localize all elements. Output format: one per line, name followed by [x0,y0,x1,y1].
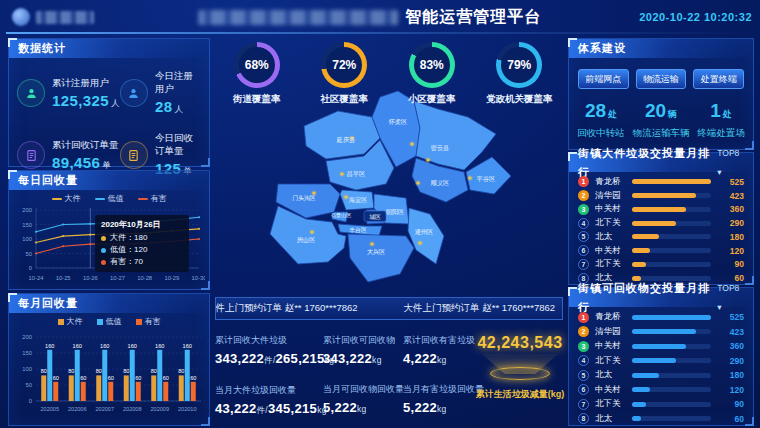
rank-name: 青龙桥 [595,311,632,323]
rank-badge: 6 [578,384,589,395]
rank-row: 2清华园423 [578,190,744,202]
svg-text:202008: 202008 [123,406,142,412]
rank-list: 1青龙桥5252清华园4233中关村3604北下关2905北太1806中关村12… [569,307,753,428]
svg-text:10-30: 10-30 [192,275,205,281]
gauge-label: 社区覆盖率 [301,93,389,106]
tooltip-dot [101,260,106,265]
svg-text:160: 160 [45,343,54,349]
system-tab[interactable]: 处置终端 [693,69,744,89]
rank-bar [632,416,711,421]
stat-unit: 人 [174,104,183,114]
system-stat-value: 20辆 [631,100,691,122]
chart-tooltip: 2020年10月26日大件：180低值：120有害：70 [95,215,189,272]
rank-bar [632,329,711,334]
system-tab[interactable]: 前端网点 [578,69,629,89]
panel-title-text: 体系建设 [578,39,626,58]
tooltip-text: 低值：120 [110,244,147,256]
rank-bar-fill [632,387,650,392]
legend-marker [52,198,62,200]
order-ticker: 大件上门预约订单 赵** 1760***7862大件上门预约订单 赵** 176… [215,297,563,320]
panel-daily-recycling: 每日回收量 大件低值有害 05010015020010-2410-2510-26… [8,170,210,290]
gauge-ring: 68% [234,42,280,88]
rank-bar-fill [632,193,696,198]
svg-text:60: 60 [53,375,59,381]
svg-text:200: 200 [22,207,32,213]
svg-text:10-28: 10-28 [137,275,152,281]
rank-bar [632,373,711,378]
rank-row: 6中关村120 [578,384,744,396]
gauge-label: 小区覆盖率 [388,93,476,106]
rank-badge: 5 [578,231,589,242]
rank-badge: 7 [578,259,589,270]
panel-title: 每月回收量 [9,294,209,313]
district-label: 怀柔区 [388,118,408,125]
svg-text:10-24: 10-24 [29,275,45,281]
gauge-value: 72% [326,47,362,83]
rank-badge: 4 [578,355,589,366]
rank-badge: 3 [578,204,589,215]
svg-text:202006: 202006 [68,406,87,412]
rank-bar [632,221,711,226]
panel-title: 街镇大件垃圾交投量月排行 TOP8 ▾ [569,153,753,172]
rank-name: 北下关 [595,398,632,410]
total-reduction-counter: 42,243,543 累计生活垃圾减量(kg) [470,334,570,401]
svg-text:60: 60 [190,375,196,381]
header: 智能运营管理平台 2020-10-22 10:20:32 [0,0,760,34]
stat-item: 今日注册用户28人 [120,70,201,116]
rank-badge: 7 [578,399,589,410]
user-icon [120,79,148,107]
system-stats: 28处回收中转站20辆物流运输车辆1处终端处置场 [569,89,753,140]
rank-bar-fill [632,234,659,239]
rank-bar [632,387,711,392]
svg-text:60: 60 [108,375,114,381]
system-stat: 20辆物流运输车辆 [631,100,691,140]
stat-text: 今日注册用户28人 [155,70,201,116]
rank-value: 180 [718,370,744,380]
legend-label: 大件 [65,193,81,204]
gauge-ring: 79% [496,42,542,88]
stat-text: 累计注册用户125,325人 [52,77,120,110]
summary-value: 5,222kg [403,400,484,415]
svg-text:60: 60 [163,375,169,381]
panel-rank-bulky-waste: 街镇大件垃圾交投量月排行 TOP8 ▾ 1青龙桥5252清华园4233中关村36… [568,152,754,285]
legend-marker [138,198,148,200]
rank-bar [632,234,711,239]
map-district[interactable] [348,234,414,282]
legend-label: 大件 [67,316,83,327]
stat-unit: 人 [111,98,120,108]
legend-label: 低值 [106,316,122,327]
rank-name: 北太 [595,369,632,381]
rank-value: 360 [718,341,744,351]
rank-bar [632,315,711,320]
system-stat-label: 物流运输车辆 [631,127,691,140]
rank-bar [632,193,711,198]
rank-bar [632,262,711,267]
summary-item: 当月可回收物回收量5,222kg [323,383,404,415]
rank-value: 120 [718,385,744,395]
rank-badge: 4 [578,218,589,229]
system-stat: 1处终端处置场 [691,100,751,140]
district-label: 昌平区 [347,170,366,178]
summary-value: 43,222件/345,215kg [215,401,334,417]
map-district[interactable] [408,208,444,264]
system-stat-unit: 处 [608,109,617,119]
rank-name: 北太 [595,413,632,425]
svg-text:80: 80 [96,368,102,374]
summary-item: 累计回收可回收物343,222kg [323,334,404,366]
svg-text:80: 80 [68,368,74,374]
stat-unit: 单 [102,160,111,170]
rank-name: 中关村 [595,203,632,215]
system-tab[interactable]: 物流运输 [636,69,687,89]
summary-label: 当月大件垃圾回收量 [215,384,334,397]
legend-item: 低值 [95,193,124,204]
rank-value: 423 [718,191,744,201]
rank-row: 4北下关290 [578,355,744,367]
rank-value: 290 [718,218,744,228]
svg-text:80: 80 [151,368,157,374]
rank-name: 中关村 [595,384,632,396]
rank-row: 6中关村120 [578,245,744,257]
summary-column: 累计回收可回收物343,222kg当月可回收物回收量5,222kg [323,334,404,428]
summary-item: 当月大件垃圾回收量43,222件/345,215kg [215,384,334,417]
rank-name: 青龙桥 [595,176,632,188]
district-label: 石景山区 [331,212,352,218]
